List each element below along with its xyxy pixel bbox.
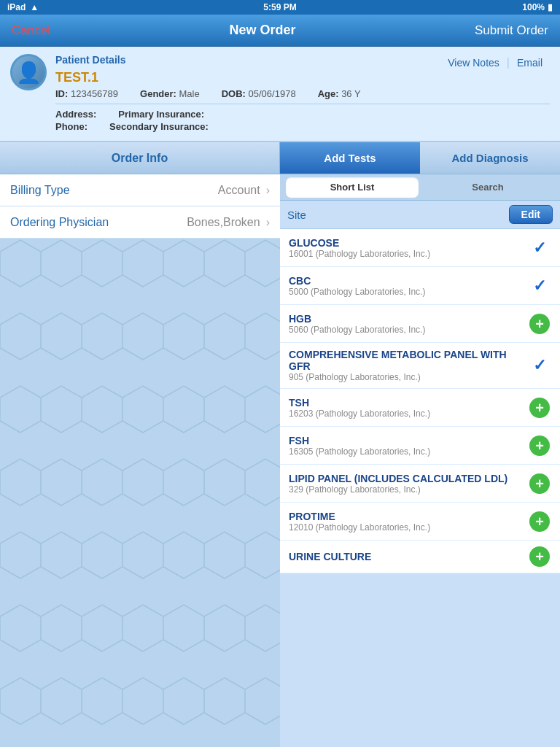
test-name-protime: PROTIME	[289, 511, 528, 522]
nav-bar: Cancel New Order Submit Order	[0, 15, 560, 47]
ordering-physician-label: Ordering Physician	[10, 216, 187, 229]
add-icon-urine: +	[529, 546, 550, 567]
test-action-protime[interactable]: +	[528, 511, 551, 532]
test-action-cbc[interactable]: ✓	[528, 276, 551, 295]
sub-tab-search[interactable]: Search	[421, 177, 554, 198]
id-value: 123456789	[71, 88, 118, 99]
email-button[interactable]: Email	[510, 55, 550, 70]
sub-tab-short-list-label: Short List	[330, 182, 375, 193]
test-action-tsh[interactable]: +	[528, 398, 551, 418]
checkmark-icon-comp: ✓	[533, 356, 546, 375]
status-bar: iPad ▲ 5:59 PM 100% ▮	[0, 0, 560, 15]
test-info-lipid: LIPID PANEL (INCLUDES CALCULATED LDL) 32…	[289, 473, 528, 495]
test-action-lipid[interactable]: +	[528, 473, 551, 494]
patient-contact-row: Address: Primary Insurance:	[55, 109, 550, 120]
test-name-lipid: LIPID PANEL (INCLUDES CALCULATED LDL)	[289, 473, 528, 484]
address-label: Address:	[55, 109, 96, 120]
test-item-fsh[interactable]: FSH 16305 (Pathology Laboratories, Inc.)…	[280, 427, 560, 465]
age-label: Age:	[318, 88, 339, 99]
test-action-comp-metabolic[interactable]: ✓	[528, 356, 551, 375]
test-action-urine-culture[interactable]: +	[528, 546, 551, 567]
tab-add-tests[interactable]: Add Tests	[280, 142, 420, 174]
right-panel: Add Tests Add Diagnosis Short List Searc…	[280, 142, 560, 747]
page-title: New Order	[229, 23, 295, 38]
test-item-glucose[interactable]: GLUCOSE 16001 (Pathology Laboratories, I…	[280, 229, 560, 267]
ordering-physician-row[interactable]: Ordering Physician Bones,Broken ›	[0, 206, 280, 239]
sub-tab-bar: Short List Search	[280, 174, 560, 201]
checkmark-icon-cbc: ✓	[533, 276, 546, 295]
tab-add-diagnosis-label: Add Diagnosis	[451, 152, 528, 164]
checkmark-icon: ✓	[533, 239, 546, 258]
person-icon: 👤	[16, 61, 42, 85]
battery-label: 100%	[522, 2, 545, 12]
add-icon-tsh: +	[529, 398, 550, 418]
test-item-lipid[interactable]: LIPID PANEL (INCLUDES CALCULATED LDL) 32…	[280, 465, 560, 503]
sub-tab-short-list[interactable]: Short List	[286, 177, 419, 198]
test-action-fsh[interactable]: +	[528, 436, 551, 456]
test-name-urine-culture: URINE CULTURE	[289, 551, 528, 562]
test-name-glucose: GLUCOSE	[289, 237, 528, 249]
primary-insurance-label: Primary Insurance:	[118, 109, 204, 120]
test-name-tsh: TSH	[289, 397, 528, 409]
test-action-glucose[interactable]: ✓	[528, 239, 551, 258]
test-info-urine-culture: URINE CULTURE	[289, 551, 528, 562]
test-item-urine-culture[interactable]: URINE CULTURE +	[280, 541, 560, 573]
test-action-hgb[interactable]: +	[528, 314, 551, 334]
avatar: 👤	[10, 54, 47, 90]
test-info-glucose: GLUCOSE 16001 (Pathology Laboratories, I…	[289, 237, 528, 259]
add-icon-protime: +	[529, 511, 550, 532]
edit-button[interactable]: Edit	[509, 205, 553, 224]
view-notes-button[interactable]: View Notes	[440, 55, 507, 70]
add-icon-lipid: +	[529, 473, 550, 494]
test-info-cbc: CBC 5000 (Pathology Laboratories, Inc.)	[289, 275, 528, 297]
main-content: Order Info Billing Type Account › Orderi…	[0, 142, 560, 747]
status-right: 100% ▮	[522, 2, 553, 12]
right-tab-bar: Add Tests Add Diagnosis	[280, 142, 560, 174]
dob-label: DOB:	[222, 88, 246, 99]
test-list: GLUCOSE 16001 (Pathology Laboratories, I…	[280, 229, 560, 747]
test-sub-cbc: 5000 (Pathology Laboratories, Inc.)	[289, 287, 528, 297]
patient-id-row: ID: 123456789 Gender: Male DOB: 05/06/19…	[55, 88, 550, 99]
order-info-title: Order Info	[112, 152, 168, 165]
age-value: 36 Y	[341, 88, 361, 99]
billing-type-label: Billing Type	[10, 184, 218, 197]
gender-value: Male	[179, 88, 200, 99]
ordering-physician-value: Bones,Broken	[187, 216, 260, 229]
test-sub-tsh: 16203 (Pathology Laboratories, Inc.)	[289, 409, 528, 419]
test-info-hgb: HGB 5060 (Pathology Laboratories, Inc.)	[289, 313, 528, 335]
test-sub-glucose: 16001 (Pathology Laboratories, Inc.)	[289, 249, 528, 259]
test-sub-comp-metabolic: 905 (Pathology Laboratories, Inc.)	[289, 372, 528, 382]
add-icon-fsh: +	[529, 436, 550, 456]
site-bar: Site Edit	[280, 201, 560, 229]
patient-section: 👤 Patient Details View Notes | Email TES…	[0, 47, 560, 142]
chevron-right-icon: ›	[266, 184, 270, 197]
test-item-cbc[interactable]: CBC 5000 (Pathology Laboratories, Inc.) …	[280, 267, 560, 305]
tab-add-diagnosis[interactable]: Add Diagnosis	[420, 142, 560, 174]
add-icon-hgb: +	[529, 314, 550, 334]
test-sub-lipid: 329 (Pathology Laboratories, Inc.)	[289, 484, 528, 495]
test-item-hgb[interactable]: HGB 5060 (Pathology Laboratories, Inc.) …	[280, 305, 560, 343]
test-info-protime: PROTIME 12010 (Pathology Laboratories, I…	[289, 511, 528, 533]
patient-info: Patient Details View Notes | Email TEST.…	[55, 54, 550, 133]
test-item-tsh[interactable]: TSH 16203 (Pathology Laboratories, Inc.)…	[280, 389, 560, 427]
patient-details-label: Patient Details	[55, 54, 125, 66]
patient-name: TEST.1	[55, 70, 550, 85]
id-label: ID:	[55, 88, 68, 99]
sub-tab-search-label: Search	[472, 182, 503, 193]
test-sub-hgb: 5060 (Pathology Laboratories, Inc.)	[289, 325, 528, 335]
cancel-button[interactable]: Cancel	[12, 23, 50, 38]
patient-actions: View Notes | Email	[440, 55, 550, 70]
test-item-protime[interactable]: PROTIME 12010 (Pathology Laboratories, I…	[280, 503, 560, 541]
dob-value: 05/06/1978	[249, 88, 296, 99]
test-name-comp-metabolic: COMPREHENSIVE METABOLIC PANEL WITH GFR	[289, 349, 528, 372]
billing-type-row[interactable]: Billing Type Account ›	[0, 174, 280, 206]
test-name-hgb: HGB	[289, 313, 528, 325]
submit-order-button[interactable]: Submit Order	[475, 23, 548, 38]
test-info-comp-metabolic: COMPREHENSIVE METABOLIC PANEL WITH GFR 9…	[289, 349, 528, 382]
phone-label: Phone:	[55, 121, 88, 132]
test-item-comp-metabolic[interactable]: COMPREHENSIVE METABOLIC PANEL WITH GFR 9…	[280, 343, 560, 389]
order-info-header: Order Info	[0, 142, 280, 174]
test-sub-fsh: 16305 (Pathology Laboratories, Inc.)	[289, 446, 528, 457]
wifi-icon: ▲	[30, 2, 39, 12]
chevron-right-icon-2: ›	[266, 216, 270, 229]
